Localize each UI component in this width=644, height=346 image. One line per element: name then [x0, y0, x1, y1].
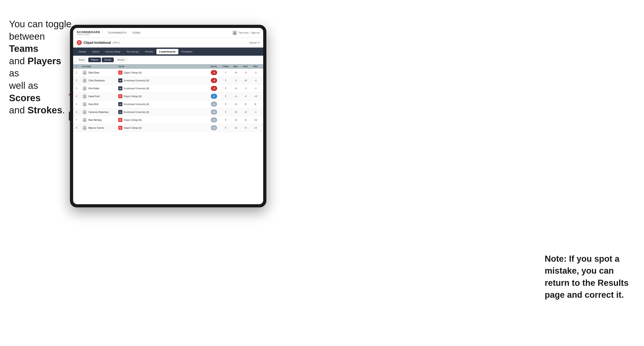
tab-leaderboards[interactable]: Leaderboards	[156, 49, 178, 54]
table-row: 3 Rich Butler SB Scoreboard University […	[73, 85, 263, 92]
total-cell: E	[207, 94, 221, 99]
team-cell: SB Scoreboard University [A]	[118, 86, 207, 90]
player-name: Cameron Robertson	[88, 111, 109, 113]
team-logo-c: C	[118, 94, 122, 98]
col-rd3: RD3	[250, 65, 260, 68]
tablet-screen: SCOREBOARD Powered by clippd TOURNAMENTS…	[73, 28, 263, 204]
total-badge: -4	[211, 78, 217, 83]
rd1-cell: +2	[231, 127, 241, 129]
right-annotation: Note: If you spot a mistake, you can ret…	[545, 253, 630, 301]
svg-point-8	[84, 119, 86, 120]
rd1-cell: +5	[231, 111, 241, 113]
player-cell: Blair McHarg	[82, 117, 118, 122]
tab-tee-groups[interactable]: Tee Groups	[124, 49, 142, 54]
tournament-name: Clippd Invitational	[84, 41, 111, 44]
table-row: 7 Blair McHarg C Clippd College [A] +6 F…	[73, 116, 263, 124]
tab-course-setup[interactable]: Course Setup	[102, 49, 123, 54]
col-total: TOTAL	[207, 65, 221, 68]
toggle-teams[interactable]: Teams	[76, 57, 87, 62]
col-rank: #	[76, 65, 82, 68]
tablet-frame: SCOREBOARD Powered by clippd TOURNAMENTS…	[70, 25, 266, 207]
rd2-cell: -6	[241, 71, 250, 74]
rd2-cell: -2	[241, 87, 250, 90]
rd3-cell: -5	[250, 71, 260, 74]
rd2-cell: -4	[241, 95, 250, 98]
team-cell: SB Scoreboard University [A]	[118, 102, 207, 106]
svg-point-7	[84, 111, 86, 112]
sign-out-link[interactable]: Sign out	[251, 31, 260, 34]
top-nav-right: Test User | Sign out	[232, 31, 260, 35]
player-name: Chris Robertson	[88, 79, 105, 82]
table-row: 8 Marcus Turners C Clippd College [A] +1…	[73, 124, 263, 132]
rank-num: 4	[76, 95, 82, 98]
tab-printables[interactable]: Printables	[179, 49, 195, 54]
tournament-header: C Clippd Invitational (Men) Cancel ✕	[73, 38, 263, 48]
player-cell: Rich Butler	[82, 86, 118, 91]
thru-cell: F	[221, 119, 231, 121]
total-cell: -8	[207, 70, 221, 75]
svg-point-2	[84, 71, 86, 73]
player-cell: Cameron Robertson	[82, 110, 118, 115]
strokes-bold: Strokes	[28, 105, 62, 115]
table-row: 6 Cameron Robertson SB Scoreboard Univer…	[73, 108, 263, 116]
player-name: Rich Butler	[88, 87, 100, 90]
rank-num: 5	[76, 103, 82, 106]
tournament-title: C Clippd Invitational (Men)	[77, 40, 120, 45]
col-thru: THRU	[221, 65, 231, 68]
total-cell: +1	[207, 102, 221, 107]
svg-point-9	[84, 127, 86, 128]
rd2-cell: +1	[241, 119, 250, 121]
team-logo-sb: SB	[118, 110, 122, 114]
total-cell: +6	[207, 110, 221, 115]
toggle-strokes[interactable]: Strokes	[115, 57, 127, 62]
nav-teams[interactable]: TEAMS	[129, 28, 143, 38]
total-badge: +6	[211, 110, 217, 115]
team-name: Clippd College [A]	[124, 95, 142, 98]
team-name: Clippd College [A]	[124, 71, 142, 74]
player-cell: Marcus Turners	[82, 125, 118, 130]
total-cell: -4	[207, 78, 221, 83]
thru-cell: F	[221, 127, 231, 129]
col-rd1: RD1	[231, 65, 241, 68]
team-cell: SB Scoreboard University [A]	[118, 78, 207, 82]
cancel-button[interactable]: Cancel ✕	[249, 41, 260, 44]
team-name: Scoreboard University [A]	[124, 87, 149, 90]
team-name: Clippd College [A]	[124, 127, 142, 129]
leaderboard-table: # PLAYER TEAM TOTAL THRU RD1 RD2 RD3 1 E…	[73, 64, 263, 204]
col-player: PLAYER	[82, 65, 118, 68]
logo-title: SCOREBOARD	[77, 30, 100, 34]
team-cell: C Clippd College [A]	[118, 126, 207, 130]
rd2-cell: +5	[241, 79, 250, 82]
nav-tournaments[interactable]: TOURNAMENTS	[105, 28, 129, 38]
cancel-label: Cancel	[249, 41, 257, 44]
rd3-cell: +2	[250, 127, 260, 129]
tab-results[interactable]: Results	[142, 49, 156, 54]
rd1-cell: +1	[231, 95, 241, 98]
player-avatar	[82, 110, 87, 115]
total-cell: -2	[207, 86, 221, 91]
player-avatar	[82, 125, 87, 130]
team-logo-sb: SB	[118, 102, 122, 106]
player-cell: Chris Robertson	[82, 78, 118, 83]
player-avatar	[82, 86, 87, 91]
col-rd2: RD2	[241, 65, 250, 68]
player-cell: David Ford	[82, 94, 118, 99]
tab-details[interactable]: Details	[76, 49, 89, 54]
total-cell: +6	[207, 117, 221, 122]
toggle-players[interactable]: Players	[88, 57, 101, 62]
rd2-cell: E	[241, 103, 250, 106]
sub-nav: Details Teams Course Setup Tee Groups Re…	[73, 48, 263, 56]
user-avatar	[232, 31, 237, 35]
toggle-scores[interactable]: Scores	[102, 57, 114, 62]
player-avatar	[82, 94, 87, 99]
tab-teams[interactable]: Teams	[90, 49, 102, 54]
close-icon: ✕	[258, 41, 260, 44]
svg-point-3	[84, 79, 86, 81]
rd3-cell: E	[250, 103, 260, 106]
rd3-cell: -1	[250, 87, 260, 90]
player-name: Rees Britt	[88, 103, 98, 106]
player-avatar	[82, 117, 87, 122]
team-logo-c: C	[118, 71, 122, 75]
thru-cell: F	[221, 71, 231, 74]
nav-links: TOURNAMENTS TEAMS	[105, 28, 232, 38]
